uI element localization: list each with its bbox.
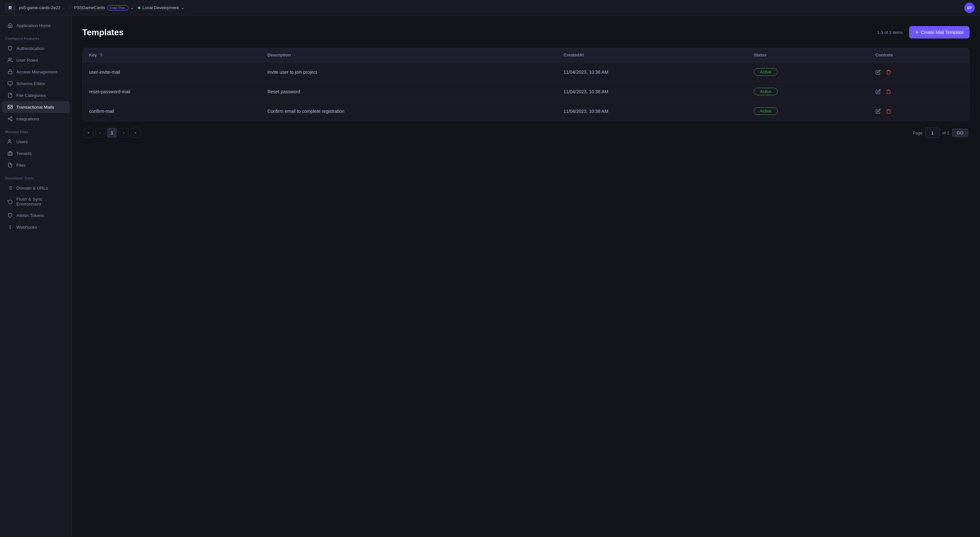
mail-icon — [7, 104, 13, 110]
col-controls: Controls — [869, 48, 969, 62]
svg-point-11 — [8, 140, 10, 141]
templates-table-container: Key ⇅ Description CreatedAt Status Contr… — [82, 48, 970, 121]
main-content: Templates 1-3 of 3 items + Create Mail T… — [72, 16, 980, 537]
plan-badge: Free Plan — [107, 5, 129, 10]
sidebar-item-label: Schema Editor — [16, 81, 45, 86]
lock-icon — [7, 69, 13, 75]
sidebar-item-access-management[interactable]: Access Management — [2, 66, 70, 78]
page-title: Templates — [82, 27, 124, 38]
cell-controls — [869, 62, 969, 82]
cell-key: confirm-mail — [83, 102, 261, 121]
svg-point-7 — [8, 118, 10, 119]
sidebar-item-authentication[interactable]: Authentication — [2, 43, 70, 54]
prev-page-button[interactable]: ‹ — [95, 128, 105, 138]
sidebar-item-transactional-mails[interactable]: Transactional Mails — [2, 101, 70, 113]
current-page-button[interactable]: 1 — [107, 128, 117, 138]
status-badge: Active — [754, 107, 778, 115]
env-selector[interactable]: Local Development ⌄ — [138, 5, 184, 10]
col-description: Description — [261, 48, 557, 62]
user-avatar[interactable]: EP — [964, 3, 975, 13]
svg-point-8 — [11, 120, 12, 121]
col-key: Key ⇅ — [83, 48, 261, 62]
sidebar-item-file-categories[interactable]: File Categories — [2, 89, 70, 101]
sidebar-item-label: Domain & URLs — [16, 186, 48, 191]
sidebar-item-files[interactable]: Files — [2, 159, 70, 171]
sidebar-item-label: Access Management — [16, 70, 57, 75]
sidebar-item-label: Integrations — [16, 116, 40, 121]
sidebar-item-label: Application Home — [16, 23, 51, 28]
sidebar-item-users[interactable]: Users — [2, 136, 70, 148]
create-mail-template-button[interactable]: + Create Mail Template — [909, 26, 970, 38]
sidebar-item-label: Flush & Sync Environment — [16, 197, 64, 207]
svg-point-0 — [8, 58, 10, 60]
cell-key: reset-password-mail — [83, 82, 261, 102]
env-chevron-icon: ⌄ — [181, 5, 185, 10]
templates-table: Key ⇅ Description CreatedAt Status Contr… — [83, 48, 969, 121]
col-status: Status — [747, 48, 869, 62]
project-selector[interactable]: ps5-game-cards-2e22 ⌄ — [19, 5, 65, 10]
file-categories-icon — [7, 92, 13, 98]
env-label: Local Development — [142, 5, 178, 10]
svg-rect-2 — [8, 81, 12, 84]
developer-tools-section: Developer Tools — [0, 171, 72, 182]
sidebar-item-label: Tenants — [16, 151, 32, 156]
sidebar-item-user-roles[interactable]: User Roles — [2, 54, 70, 66]
table-row: reset-password-mail Reset password 11/04… — [83, 82, 969, 102]
table-row: user-invite-mail Invite user to join pro… — [83, 62, 969, 82]
sidebar-item-webhooks[interactable]: Webhooks — [2, 221, 70, 233]
status-badge: Active — [754, 68, 778, 76]
cell-created-at: 11/04/2023, 10:38 AM — [557, 102, 747, 121]
plus-icon: + — [915, 29, 919, 35]
users-icon — [7, 139, 13, 145]
svg-line-10 — [10, 118, 11, 118]
cell-description: Invite user to join project — [261, 62, 557, 82]
svg-rect-1 — [8, 71, 12, 74]
domain-icon — [7, 185, 13, 191]
app-logo[interactable]: R — [5, 3, 15, 13]
cell-key: user-invite-mail — [83, 62, 261, 82]
app-selector[interactable]: PS5GameCards Free Plan ⌄ — [74, 5, 134, 10]
topbar: R ps5-game-cards-2e22 ⌄ / PS5GameCards F… — [0, 0, 980, 16]
page-number-input[interactable] — [925, 127, 940, 138]
cell-status: Active — [747, 102, 869, 121]
project-chevron-icon: ⌄ — [62, 6, 65, 10]
sidebar-item-label: File Categories — [16, 93, 46, 98]
configure-features-section: Configure Features — [0, 31, 72, 43]
last-page-button[interactable]: » — [130, 128, 140, 138]
edit-button[interactable] — [875, 109, 881, 114]
sync-icon — [7, 199, 13, 205]
delete-button[interactable] — [886, 109, 891, 114]
svg-rect-12 — [8, 153, 12, 155]
sidebar-item-domain-urls[interactable]: Domain & URLs — [2, 182, 70, 194]
sidebar-item-admin-tokens[interactable]: Admin Tokens — [2, 210, 70, 221]
sidebar-item-app-home[interactable]: Application Home — [2, 19, 70, 31]
cell-description: Confirm email to complete registration — [261, 102, 557, 121]
user-roles-icon — [7, 57, 13, 63]
first-page-button[interactable]: « — [84, 128, 93, 138]
cell-description: Reset password — [261, 82, 557, 102]
go-button[interactable]: GO — [952, 129, 968, 137]
col-created-at: CreatedAt — [557, 48, 747, 62]
filter-icon[interactable]: ⇅ — [100, 53, 103, 57]
pagination: « ‹ 1 › » Page of 1 GO — [82, 127, 970, 138]
next-page-button[interactable]: › — [119, 128, 129, 138]
sidebar-item-integrations[interactable]: Integrations — [2, 113, 70, 125]
delete-button[interactable] — [886, 89, 891, 94]
sidebar-item-tenants[interactable]: Tenants — [2, 148, 70, 159]
svg-rect-5 — [8, 105, 12, 109]
manage-data-section: Manage Data — [0, 125, 72, 136]
page-header: Templates 1-3 of 3 items + Create Mail T… — [82, 26, 970, 38]
files-icon — [7, 162, 13, 168]
app-chevron-icon: ⌄ — [130, 5, 134, 10]
status-badge: Active — [754, 88, 778, 95]
cell-created-at: 11/04/2023, 10:38 AM — [557, 82, 747, 102]
sidebar-item-schema-editor[interactable]: Schema Editor — [2, 78, 70, 89]
edit-button[interactable] — [875, 70, 881, 75]
sidebar-item-flush-sync[interactable]: Flush & Sync Environment — [2, 194, 70, 210]
page-label: Page — [913, 130, 923, 135]
sidebar-item-label: Users — [16, 139, 28, 144]
delete-button[interactable] — [886, 70, 891, 75]
of-label: of 1 — [942, 130, 949, 135]
edit-button[interactable] — [875, 89, 881, 94]
sidebar-item-label: Transactional Mails — [16, 105, 54, 110]
